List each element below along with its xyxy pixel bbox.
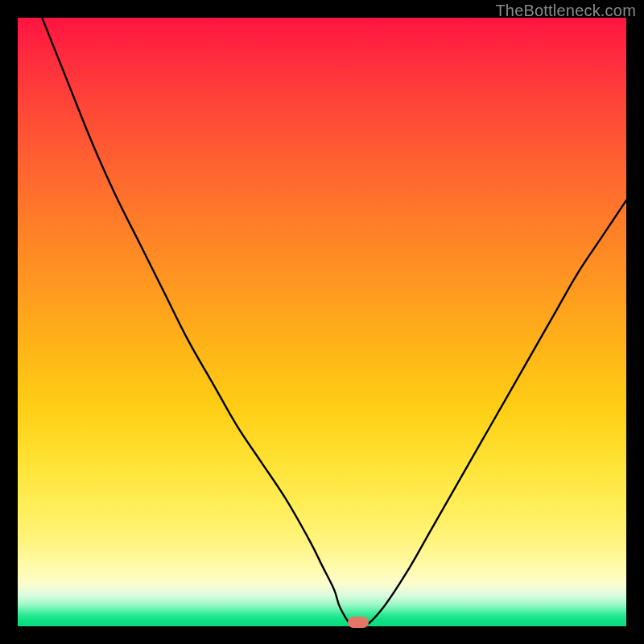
chart-frame: TheBottleneck.com bbox=[0, 0, 644, 644]
optimum-marker bbox=[348, 617, 369, 628]
plot-area bbox=[18, 18, 626, 626]
bottleneck-curve bbox=[18, 18, 626, 626]
